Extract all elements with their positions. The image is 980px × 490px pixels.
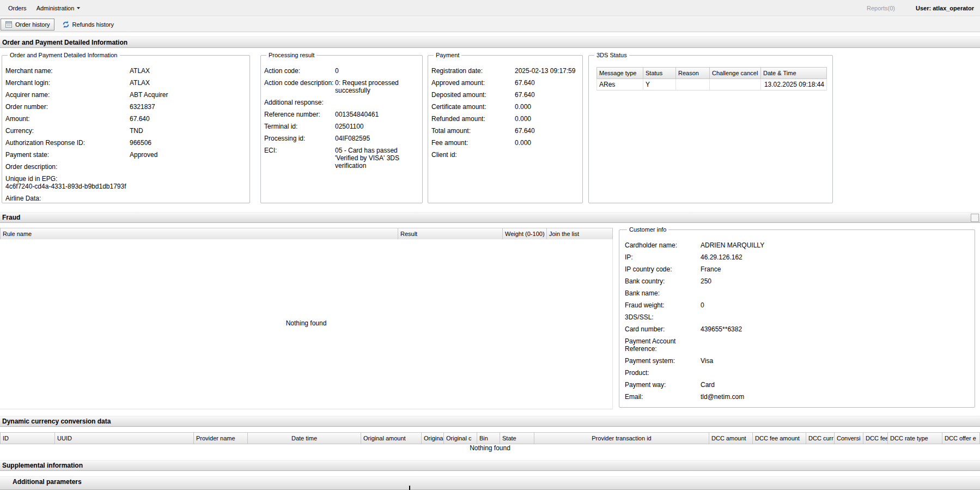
field-label: Additional response: (264, 99, 335, 106)
field-label: Payment way: (625, 381, 701, 389)
field-row: Bank country:250 (625, 277, 971, 285)
column-header[interactable]: UUID (55, 432, 194, 444)
customer-info-legend: Customer info (627, 226, 668, 233)
field-value: Visa (701, 357, 713, 365)
column-header[interactable]: Conversi (835, 432, 863, 444)
column-header[interactable]: State (500, 432, 534, 444)
dcc-section-title: Dynamic currency conversion data (2, 418, 111, 425)
field-row: Fraud weight:0 (625, 301, 971, 309)
column-header[interactable]: ID (0, 432, 55, 444)
field-row: Order number:6321837 (5, 103, 246, 111)
field-value: 0.000 (515, 139, 531, 147)
field-value: 0 (701, 301, 704, 309)
fraud-table-header: Rule name Result Weight (0-100) Join the… (0, 228, 613, 240)
column-header[interactable]: Rule name (0, 228, 398, 240)
column-header[interactable]: Challenge cancel (710, 67, 761, 79)
field-label: Payment state: (5, 151, 130, 159)
field-value: Approved (130, 151, 157, 159)
field-label: Approved amount: (431, 79, 515, 87)
column-header[interactable]: Weight (0-100) (503, 228, 547, 240)
refunds-history-button[interactable]: Refunds history (58, 19, 118, 31)
reports-link[interactable]: Reports(0) (867, 5, 895, 11)
supplemental-section-title: Supplemental information (2, 462, 83, 469)
column-header[interactable]: Date time (248, 432, 361, 444)
field-row: IP country code:France (625, 265, 971, 273)
field-row: Payment Account Reference: (625, 337, 971, 353)
column-header[interactable]: Bin (477, 432, 500, 444)
fraud-section-title: Fraud (2, 214, 20, 221)
field-value: 02501100 (335, 123, 409, 130)
field-value: Card (701, 381, 715, 389)
field-value: ATLAX (130, 67, 150, 75)
field-label: 3DS/SSL: (625, 313, 701, 321)
column-header[interactable]: Provider name (194, 432, 248, 444)
field-row: Bank name: (625, 289, 971, 297)
column-header[interactable]: DCC rate type (888, 432, 942, 444)
page-title: Order and Payment Detailed Information (0, 37, 980, 48)
column-header[interactable]: Provider transaction id (534, 432, 709, 444)
three-ds-legend: 3DS Status (594, 52, 629, 58)
toolbar: Order history Refunds history (0, 17, 980, 32)
user-label: User: atlax_operator (916, 5, 974, 11)
field-label: Reference number: (264, 111, 335, 118)
field-value: 0: Request processed successfully (335, 79, 409, 94)
field-label: IP country code: (625, 265, 701, 273)
table-cell (710, 79, 761, 90)
column-header[interactable]: Join the list (547, 228, 613, 240)
field-label: Acquirer name: (5, 91, 130, 99)
column-header[interactable]: DCC fee (863, 432, 888, 444)
field-row: Airline Data: (5, 195, 246, 202)
field-label: Terminal id: (264, 123, 335, 130)
field-label: Unique id in EPG: (5, 175, 130, 183)
text-caret-artifact (409, 486, 410, 490)
table-cell: Y (643, 79, 676, 90)
column-header[interactable]: Reason (676, 67, 710, 79)
column-header[interactable]: Original c (444, 432, 477, 444)
table-row[interactable]: ARes Y 13.02.2025 09:18:44 (596, 79, 827, 90)
payment-panel: Payment Registration date:2025-02-13 09:… (428, 52, 583, 203)
field-label: Authorization Response ID: (5, 139, 130, 147)
field-label: Processing id: (264, 135, 335, 142)
field-value: 439655**6382 (701, 325, 742, 333)
column-header[interactable]: Status (643, 67, 676, 79)
column-header[interactable]: DCC amount (709, 432, 753, 444)
field-row: Action code:0 (264, 67, 419, 75)
field-value: 67.640 (130, 115, 150, 123)
field-value: 0.000 (515, 115, 531, 123)
field-value: 0 (335, 67, 409, 75)
field-label: Bank name: (625, 289, 701, 297)
refunds-history-label: Refunds history (72, 21, 114, 28)
collapse-toggle-button[interactable] (971, 214, 979, 222)
field-row: Merchant login:ATLAX (5, 79, 246, 87)
column-header[interactable]: DCC offer e (942, 432, 980, 444)
field-row: Additional response: (264, 99, 419, 106)
column-header[interactable]: Result (398, 228, 503, 240)
field-label: Email: (625, 393, 701, 401)
field-row: Amount:67.640 (5, 115, 246, 123)
field-row: Registration date:2025-02-13 09:17:59 (431, 67, 579, 75)
column-header[interactable]: Original f (422, 432, 444, 444)
field-row: Processing id:04IF082595 (264, 135, 419, 142)
column-header[interactable]: Original amount (361, 432, 422, 444)
field-label: Action code description: (264, 79, 335, 87)
column-header[interactable]: DCC fee amount (753, 432, 806, 444)
dcc-empty-message: Nothing found (0, 444, 980, 452)
customer-info-panel: Customer info Cardholder name:ADRIEN MAR… (619, 226, 975, 408)
field-label: Client id: (431, 151, 515, 159)
column-header[interactable]: Message type (596, 67, 643, 79)
field-value: France (701, 265, 721, 273)
field-row: Payment system:Visa (625, 357, 971, 365)
column-header[interactable]: Date & Time (761, 67, 827, 79)
dcc-table-header: ID UUID Provider name Date time Original… (0, 432, 980, 444)
field-label: Merchant name: (5, 67, 130, 75)
field-label: Refunded amount: (431, 115, 515, 123)
order-history-button[interactable]: Order history (1, 19, 54, 31)
fraud-empty-message: Nothing found (0, 319, 612, 327)
caret-down-icon (77, 7, 80, 9)
field-label: Bank country: (625, 277, 701, 285)
field-row: Currency:TND (5, 127, 246, 135)
menu-administration[interactable]: Administration (32, 3, 86, 14)
field-label: IP: (625, 253, 701, 261)
menu-orders[interactable]: Orders (3, 3, 32, 14)
column-header[interactable]: DCC curr (806, 432, 835, 444)
